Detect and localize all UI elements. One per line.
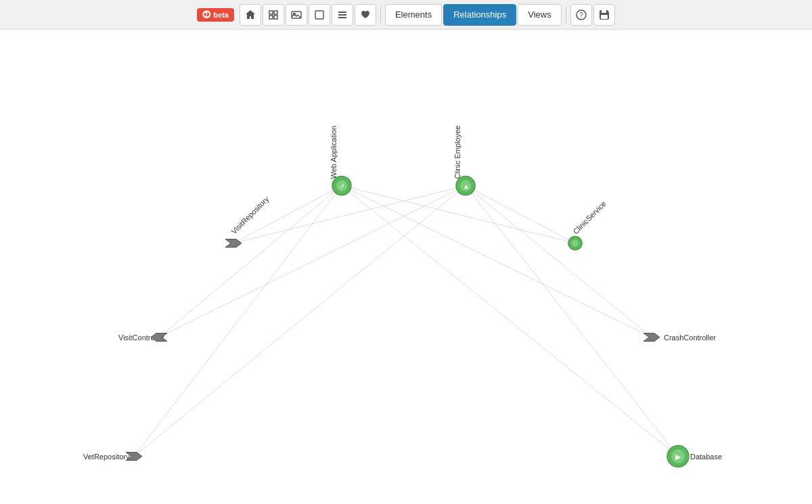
edge-clinic-visitcontroller	[159, 186, 466, 338]
image-button[interactable]	[286, 4, 307, 26]
layers-button[interactable]	[263, 4, 284, 26]
save-button[interactable]	[593, 4, 615, 26]
elements-button[interactable]: Elements	[385, 4, 442, 26]
svg-point-22	[572, 240, 579, 247]
list-button[interactable]	[332, 4, 353, 26]
canvas[interactable]: Web Application ↗ Clinic Employee ▲ Visi…	[0, 30, 812, 504]
svg-rect-3	[274, 16, 277, 19]
svg-text:▶: ▶	[675, 453, 681, 461]
toolbar-divider-2	[566, 7, 566, 23]
relationships-button[interactable]: Relationships	[443, 4, 516, 26]
home-button[interactable]	[240, 4, 261, 26]
svg-rect-8	[338, 14, 346, 16]
node-label-clinic-employee: Clinic Employee	[453, 126, 461, 179]
beta-badge: beta	[197, 8, 234, 22]
edge-web-clinicservice	[342, 186, 575, 244]
node-database[interactable]: Database ▶	[667, 446, 722, 467]
node-label-vet-repository: VetRepository	[83, 453, 130, 461]
edge-web-crashcontroller	[342, 186, 652, 338]
node-label-web-application: Web Application	[330, 126, 338, 179]
svg-rect-7	[338, 12, 346, 13]
node-crash-controller[interactable]: CrashController	[644, 334, 716, 342]
node-clinic-employee[interactable]: Clinic Employee ▲	[453, 126, 475, 196]
svg-text:?: ?	[579, 12, 583, 19]
svg-rect-6	[315, 11, 323, 19]
node-web-application[interactable]: Web Application ↗	[330, 126, 351, 196]
toolbar: beta	[0, 0, 812, 30]
svg-rect-13	[601, 15, 608, 19]
edge-web-database	[342, 186, 678, 457]
node-label-clinic-service: ClinicService	[571, 200, 607, 235]
svg-rect-12	[602, 10, 606, 13]
node-label-database: Database	[690, 453, 722, 461]
edge-clinic-crashcontroller	[466, 186, 652, 338]
beta-label: beta	[213, 11, 229, 19]
node-visit-controller[interactable]: VisitController	[118, 334, 167, 342]
edge-clinic-database	[466, 186, 678, 457]
heart-button[interactable]	[355, 4, 376, 26]
node-clinic-service[interactable]: ClinicService	[568, 200, 608, 250]
edge-clinic-vetrepo	[134, 186, 466, 457]
toolbar-divider-1	[380, 7, 381, 23]
node-label-crash-controller: CrashController	[664, 334, 716, 342]
svg-rect-0	[269, 11, 273, 14]
svg-rect-9	[338, 17, 346, 18]
svg-text:↗: ↗	[339, 183, 344, 190]
toolbar-icon-group	[240, 4, 376, 26]
svg-marker-24	[644, 334, 660, 342]
node-vet-repository[interactable]: VetRepository	[83, 453, 142, 461]
info-button[interactable]: ?	[570, 4, 592, 26]
node-label-visit-repository: VisitRepository	[229, 195, 271, 236]
box-button[interactable]	[309, 4, 330, 26]
svg-rect-2	[269, 16, 273, 19]
edge-clinic-clinicservice	[466, 186, 575, 244]
svg-text:▲: ▲	[463, 183, 470, 190]
svg-rect-1	[274, 11, 277, 14]
views-button[interactable]: Views	[518, 4, 561, 26]
graph-svg: Web Application ↗ Clinic Employee ▲ Visi…	[0, 30, 812, 504]
